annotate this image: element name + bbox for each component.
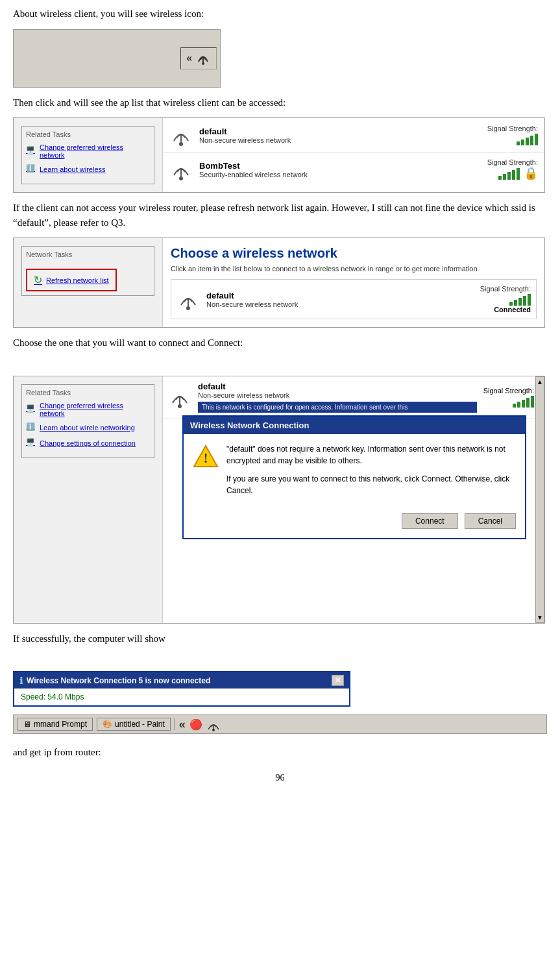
network-default-desc: Non-secure wireless network [199,136,481,144]
ss3-signal-bars [509,293,531,306]
bar1 [517,141,520,145]
scroll-down-arrow[interactable]: ▼ [537,614,543,621]
bar1 [513,404,516,408]
ss2-left-panel: Related Tasks 🖥️ Change preferred wirele… [14,118,163,192]
screenshot-5-notification: ℹ Wireless Network Connection 5 is now c… [13,671,547,734]
taskbar-arrows-icon: « [179,718,186,731]
bar3 [526,138,529,145]
paint-icon: 🎨 [103,720,112,729]
network-bombtest-desc: Security-enabled wireless network [199,171,481,178]
ss3-network-default-desc: Non-secure wireless network [206,300,474,308]
dialog-warning-row: ! "default" does not require a network k… [193,443,516,503]
screenshot-1-wireless-icon: « [13,29,547,88]
screenshot-4-wireless-dialog: Related Tasks 🖥️ Change preferred wirele… [13,376,545,624]
ss4-signal-bars [513,395,534,408]
screenshot-3-choose-network: Network Tasks ↻ Refresh network list Cho… [13,238,545,328]
network-item-default[interactable]: default Non-secure wireless network Sign… [163,118,544,152]
choose-network-title: Choose a wireless network [171,246,537,261]
antenna-icon-ss3 [177,287,200,311]
wireless-connection-dialog: Wireless Network Connection ! "default" … [182,415,526,539]
bar3 [518,298,522,306]
network-default-info: default Non-secure wireless network [199,127,481,144]
antenna-icon-default [169,123,193,147]
info-icon-notification: ℹ [19,676,23,686]
network-bombtest-info: BombTest Security-enabled wireless netwo… [199,161,481,178]
svg-point-13 [212,729,215,731]
network-default-signal: Signal Strength: [487,125,538,145]
cmd-label: mmand Prompt [34,720,87,729]
ss4-info-bar: This is network is configured for open a… [198,402,477,413]
antenna-icon-ss4 [168,385,191,409]
signal-bars-default [517,132,538,145]
network-tasks-label: Network Tasks [26,250,150,258]
network-item-bombtest[interactable]: BombTest Security-enabled wireless netwo… [163,152,544,186]
ss3-left-panel: Network Tasks ↻ Refresh network list [14,238,163,327]
cmd-icon: 🖥 [23,720,31,729]
final-text: and get ip from router: [13,745,547,760]
ss4-left-panel: Related Tasks 🖥️ Change preferred wirele… [14,376,163,623]
ss4-related-tasks-label: Related Tasks [26,389,150,396]
ss4-task-learn-wireless[interactable]: ℹ️ Learn about wirele networking [26,422,150,433]
refresh-label: Refresh network list [46,276,109,284]
network-bombtest-signal: Signal Strength: 🔒 [487,158,538,180]
ss4-bg-network-info: default Non-secure wireless network This… [198,382,477,413]
svg-point-3 [179,142,183,146]
network-default-name: default [199,127,481,136]
bar4 [526,398,530,408]
notification-close-button[interactable]: ✕ [332,675,344,686]
ss3-network-signal: Signal Strength: Connected [480,285,531,313]
bar1 [498,176,502,180]
ss4-task-change-settings[interactable]: 🖥️ Change settings of connection [26,438,150,448]
task-change-preferred[interactable]: 🖥️ Change preferred wireless network [26,143,150,159]
intro-text: About wireless client, you will see wire… [13,6,547,21]
connect-button[interactable]: Connect [402,513,458,529]
svg-text:!: ! [204,451,208,465]
laptop-icon: 🖥️ [26,146,36,156]
related-tasks-box: Related Tasks 🖥️ Change preferred wirele… [21,126,154,184]
antenna-icon-bombtest [169,158,193,181]
taskbar-paint[interactable]: 🎨 untitled - Paint [97,718,171,731]
ss3-right-panel: Choose a wireless network Click an item … [163,238,544,327]
ss4-background-network: default Non-secure wireless network This… [163,376,544,419]
ss2-intro-text: Then click and will see the ap list that… [13,95,547,110]
scrollbar[interactable]: ▲ ▼ [535,376,544,623]
ss4-bg-network-name: default [198,382,477,391]
bar2 [517,402,520,408]
bar5 [517,168,520,180]
ss5-intro-text: If successfully, the computer will show [13,631,547,646]
signal-label-bombtest: Signal Strength: [487,158,538,166]
back-arrows-icon: « [186,51,192,65]
bar5 [535,134,538,145]
ss2-network-list: default Non-secure wireless network Sign… [163,118,544,192]
taskbar-command-prompt[interactable]: 🖥 mmand Prompt [18,718,93,731]
scroll-up-arrow[interactable]: ▲ [537,378,543,385]
bar4 [512,170,515,180]
dialog-warning-p2: If you are sure you want to connect to t… [226,473,516,496]
taskbar-separator [175,718,175,730]
ss3-network-item-default[interactable]: default Non-secure wireless network Sign… [171,279,537,319]
notification-header: ℹ Wireless Network Connection 5 is now c… [14,672,349,689]
settings-icon: 🖥️ [26,438,36,448]
bar2 [514,300,517,306]
dialog-body: ! "default" does not require a network k… [184,434,525,538]
ss4-intro-text: Choose the one that you will want to con… [13,335,547,350]
cancel-button[interactable]: Cancel [465,513,516,529]
paint-label: untitled - Paint [115,720,165,729]
task-learn-wireless[interactable]: ℹ️ Learn about wireless [26,164,150,175]
bar3 [522,400,525,408]
svg-point-5 [179,177,183,180]
refresh-network-list-button[interactable]: ↻ Refresh network list [26,269,117,291]
ss4-bg-network-desc: Non-secure wireless network [198,391,477,399]
ss3-signal-label: Signal Strength: [480,285,531,293]
page-number: 96 [13,773,547,783]
ss4-task-change-preferred[interactable]: 🖥️ Change preferred wireless network [26,402,150,417]
network-bombtest-name: BombTest [199,161,481,171]
ss3-network-default-name: default [206,291,474,300]
svg-point-9 [178,404,182,408]
screenshot-2-ap-list: Related Tasks 🖥️ Change preferred wirele… [13,117,545,193]
dialog-buttons: Connect Cancel [193,513,516,529]
notification-title: Wireless Network Connection 5 is now con… [27,676,210,685]
lock-icon-bombtest: 🔒 [524,166,538,180]
bar3 [507,172,511,180]
ss4-bg-network-signal: Signal Strength: [483,387,539,408]
